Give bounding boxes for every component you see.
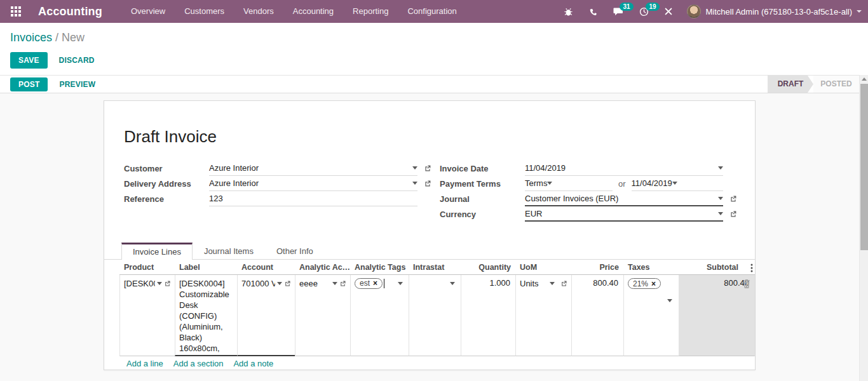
save-button[interactable]: SAVE xyxy=(10,52,48,69)
col-product[interactable]: Product xyxy=(119,260,175,275)
remove-tag-icon[interactable]: × xyxy=(651,279,656,288)
user-menu-name[interactable]: Mitchell Admin (675180-13-0-af5c1e-all) xyxy=(705,7,852,17)
delivery-address-value[interactable]: Azure Interior xyxy=(209,178,412,188)
invoice-date-input[interactable]: 11/04/2019 xyxy=(525,161,723,176)
due-date-input[interactable]: 11/04/2019 xyxy=(632,177,723,191)
chevron-down-icon[interactable] xyxy=(398,282,403,285)
vertical-scrollbar[interactable] xyxy=(859,75,868,381)
chevron-down-icon[interactable] xyxy=(718,212,723,215)
product-cell[interactable]: [DESK000 xyxy=(119,275,175,356)
intrastat-cell[interactable] xyxy=(409,275,461,356)
menu-overview[interactable]: Overview xyxy=(121,0,175,23)
journal-input[interactable]: Customer Invoices (EUR) xyxy=(525,192,723,206)
add-line-link[interactable]: Add a line xyxy=(126,359,163,368)
phone-icon[interactable] xyxy=(581,0,606,23)
col-analytic-tags[interactable]: Analytic Tags xyxy=(350,260,409,275)
preview-button[interactable]: PREVIEW xyxy=(59,80,95,89)
chevron-down-icon[interactable] xyxy=(412,182,417,185)
analytic-tags-cell[interactable]: est× xyxy=(350,275,409,356)
journal-value[interactable]: Customer Invoices (EUR) xyxy=(525,194,718,203)
menu-reporting[interactable]: Reporting xyxy=(343,0,398,23)
user-avatar[interactable] xyxy=(687,4,701,18)
account-value[interactable]: 701000 Ve xyxy=(241,279,275,288)
remove-tag-icon[interactable]: × xyxy=(373,279,377,288)
breadcrumb-invoices-link[interactable]: Invoices xyxy=(10,31,52,44)
analytic-account-cell[interactable]: eeee xyxy=(295,275,350,356)
chevron-down-icon[interactable] xyxy=(332,282,337,285)
app-name[interactable]: Accounting xyxy=(38,5,102,18)
invoice-date-value[interactable]: 11/04/2019 xyxy=(525,163,718,173)
product-value[interactable]: [DESK000 xyxy=(124,279,155,288)
analytic-tag-pill[interactable]: est× xyxy=(355,278,383,289)
external-link-icon[interactable] xyxy=(284,280,291,287)
tax-pill[interactable]: 21%× xyxy=(628,278,661,289)
currency-input[interactable]: EUR xyxy=(525,207,723,222)
label-value[interactable]: [DESK0004] Customizable Desk (CONFIG) (A… xyxy=(179,278,233,356)
col-label[interactable]: Label xyxy=(175,260,237,275)
tab-invoice-lines[interactable]: Invoice Lines xyxy=(121,243,193,260)
col-uom[interactable]: UoM xyxy=(515,260,571,275)
col-subtotal[interactable]: Subtotal xyxy=(679,260,755,275)
customer-value[interactable]: Azure Interior xyxy=(209,163,412,173)
add-note-link[interactable]: Add a note xyxy=(233,359,273,368)
payment-terms-placeholder[interactable]: Terms xyxy=(525,178,547,188)
quantity-value[interactable]: 1.000 xyxy=(489,278,510,288)
col-intrastat[interactable]: Intrastat xyxy=(409,260,461,275)
status-posted[interactable]: POSTED xyxy=(813,76,859,93)
uom-value[interactable]: Units xyxy=(520,279,539,288)
delete-row-trash-icon[interactable] xyxy=(743,279,750,290)
quantity-cell[interactable]: 1.000 xyxy=(461,275,515,356)
tools-icon[interactable] xyxy=(656,0,681,23)
chevron-down-icon[interactable] xyxy=(718,197,723,200)
taxes-cell[interactable]: 21%× xyxy=(623,275,679,356)
due-date-value[interactable]: 11/04/2019 xyxy=(632,178,672,188)
chevron-down-icon[interactable] xyxy=(718,166,723,170)
scroll-up-arrow-icon[interactable] xyxy=(860,75,868,83)
chevron-down-icon[interactable] xyxy=(672,182,677,185)
chevron-down-icon[interactable] xyxy=(157,282,162,285)
status-draft[interactable]: DRAFT xyxy=(768,76,813,93)
external-link-icon[interactable] xyxy=(729,210,737,218)
menu-accounting[interactable]: Accounting xyxy=(283,0,343,23)
menu-customers[interactable]: Customers xyxy=(175,0,234,23)
reference-value[interactable]: 123 xyxy=(209,194,417,203)
menu-vendors[interactable]: Vendors xyxy=(234,0,283,23)
col-price[interactable]: Price xyxy=(571,260,623,275)
debug-bug-icon[interactable] xyxy=(556,0,581,23)
menu-configuration[interactable]: Configuration xyxy=(398,0,466,23)
chevron-down-icon[interactable] xyxy=(547,182,552,185)
reference-input[interactable]: 123 xyxy=(209,192,417,206)
external-link-icon[interactable] xyxy=(424,164,431,172)
col-account[interactable]: Account xyxy=(237,260,295,275)
chevron-down-icon[interactable] xyxy=(450,282,455,285)
external-link-icon[interactable] xyxy=(424,180,431,187)
apps-grid-icon[interactable] xyxy=(5,0,27,23)
chevron-down-icon[interactable] xyxy=(277,282,282,285)
activities-clock-icon[interactable]: 19 xyxy=(632,0,656,23)
col-quantity[interactable]: Quantity xyxy=(461,260,515,275)
price-value[interactable]: 800.40 xyxy=(593,278,618,288)
external-link-icon[interactable] xyxy=(164,280,171,287)
external-link-icon[interactable] xyxy=(339,280,346,287)
external-link-icon[interactable] xyxy=(729,195,737,203)
delivery-address-input[interactable]: Azure Interior xyxy=(209,177,417,191)
uom-cell[interactable]: Units xyxy=(515,275,571,356)
user-menu-caret-icon[interactable] xyxy=(857,10,862,13)
tab-journal-items[interactable]: Journal Items xyxy=(193,243,265,260)
chevron-down-icon[interactable] xyxy=(667,299,672,302)
col-taxes[interactable]: Taxes xyxy=(623,260,679,275)
external-link-icon[interactable] xyxy=(560,280,567,287)
customer-input[interactable]: Azure Interior xyxy=(209,161,417,176)
post-button[interactable]: POST xyxy=(10,77,48,91)
chevron-down-icon[interactable] xyxy=(550,282,555,285)
price-cell[interactable]: 800.40 xyxy=(571,275,623,356)
payment-terms-input[interactable]: Terms xyxy=(525,177,613,191)
account-cell[interactable]: 701000 Ve xyxy=(237,275,295,356)
add-section-link[interactable]: Add a section xyxy=(173,359,224,368)
chevron-down-icon[interactable] xyxy=(412,166,417,170)
messages-icon[interactable]: 31 xyxy=(606,0,632,23)
col-analytic-account[interactable]: Analytic Ac… xyxy=(295,260,350,275)
scrollbar-thumb[interactable] xyxy=(860,84,868,250)
discard-button[interactable]: DISCARD xyxy=(59,56,95,65)
optional-columns-kebab-icon[interactable] xyxy=(750,264,753,274)
